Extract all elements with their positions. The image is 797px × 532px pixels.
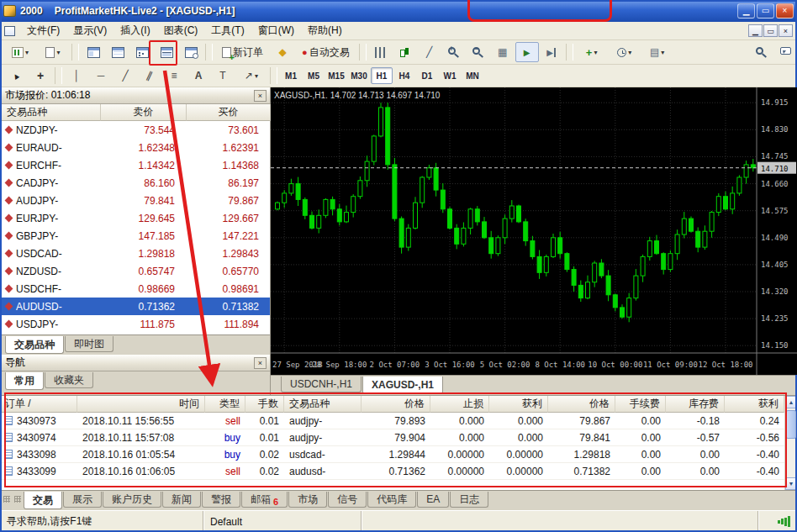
zoom-out-button[interactable] (467, 42, 490, 62)
market-watch-row[interactable]: EURAUD-1.623481.62391 (0, 139, 270, 156)
fibonacci-button[interactable]: ≡ (162, 66, 186, 86)
market-watch-column-header[interactable]: 交易品种 (0, 104, 101, 121)
mdi-minimize-button[interactable]: ▁ (748, 24, 763, 37)
market-watch-row[interactable]: USDCAD-1.298181.29843 (0, 245, 270, 262)
metaeditor-button[interactable]: ◆ (271, 42, 294, 62)
market-watch-row[interactable]: NZDUSD-0.657470.65770 (0, 262, 270, 280)
market-watch-row[interactable]: USDJPY-111.875111.894 (0, 315, 270, 333)
navigator-toggle-button[interactable] (130, 42, 154, 62)
terminal-column-header[interactable]: 价格 (362, 396, 430, 413)
timeframe-h4[interactable]: H4 (393, 67, 415, 84)
navigator-tab-0[interactable]: 常用 (5, 372, 44, 390)
autotrading-button[interactable]: ●自动交易 (295, 42, 356, 62)
profiles-button[interactable]: ▾ (37, 42, 69, 62)
chart-tab-1[interactable]: XAGUSD-,H1 (362, 377, 443, 394)
terminal-tab-5[interactable]: 邮箱6 (241, 492, 288, 508)
timeframe-m30[interactable]: M30 (348, 67, 370, 84)
terminal-toggle-button[interactable] (155, 42, 178, 62)
menu-item-2[interactable]: 插入(I) (113, 22, 156, 40)
terminal-tab-6[interactable]: 市场 (288, 492, 327, 508)
terminal-column-header[interactable]: 获利 (489, 396, 548, 413)
terminal-tab-3[interactable]: 新闻 (162, 492, 201, 508)
bar-chart-type-button[interactable] (369, 42, 393, 62)
new-order-button[interactable]: 新订单 (215, 42, 270, 62)
timeframe-h1[interactable]: H1 (371, 67, 393, 84)
timeframe-m5[interactable]: M5 (303, 67, 325, 84)
timeframe-mn[interactable]: MN (462, 67, 483, 84)
terminal-column-header[interactable]: 手续费 (615, 396, 666, 413)
menu-item-3[interactable]: 图表(C) (157, 22, 205, 40)
terminal-column-header[interactable]: 库存费 (666, 396, 725, 413)
scrollbar-track[interactable] (785, 408, 797, 477)
menu-item-1[interactable]: 显示(V) (66, 22, 113, 40)
market-watch-column-header[interactable]: 卖价 (101, 104, 187, 121)
scroll-down-icon[interactable]: ▼ (785, 477, 797, 490)
menu-item-0[interactable]: 文件(F) (20, 22, 66, 40)
terminal-column-header[interactable]: 类型 (205, 396, 245, 413)
market-watch-row[interactable]: GBPJPY-147.185147.221 (0, 227, 270, 245)
market-watch-row[interactable]: EURCHF-1.143421.14368 (0, 156, 270, 174)
trendline-button[interactable]: ╱ (113, 66, 137, 86)
timeframe-d1[interactable]: D1 (416, 67, 438, 84)
terminal-column-header[interactable]: 手数 (245, 396, 284, 413)
minimize-button[interactable]: ▁ (737, 3, 755, 18)
terminal-column-header[interactable]: 交易品种 (284, 396, 362, 413)
menu-item-6[interactable]: 帮助(H) (301, 22, 349, 40)
search-button[interactable] (749, 42, 773, 62)
terminal-tab-10[interactable]: 日志 (450, 492, 488, 508)
market-watch-tab-1[interactable]: 即时图 (65, 336, 113, 352)
market-watch-row[interactable]: AUDUSD-0.713620.71382 (0, 298, 270, 315)
zoom-in-button[interactable] (442, 42, 466, 62)
menu-item-5[interactable]: 窗口(W) (251, 22, 301, 40)
crosshair-button[interactable]: + (29, 66, 52, 86)
close-icon[interactable]: × (254, 90, 267, 102)
terminal-column-header[interactable]: 订单 / (0, 396, 77, 413)
mdi-restore-button[interactable]: ▭ (763, 24, 778, 37)
periods-button[interactable]: ▾ (609, 42, 641, 62)
chart-canvas[interactable]: 27 Sep 201828 Sep 18:002 Oct 07:003 Oct … (271, 87, 797, 375)
menu-item-4[interactable]: 工具(T) (204, 22, 251, 40)
market-watch-tab-0[interactable]: 交易品种 (5, 336, 64, 354)
navigator-tab-1[interactable]: 收藏夹 (45, 372, 93, 388)
timeframe-m15[interactable]: M15 (325, 67, 347, 84)
scrollbar-thumb[interactable] (786, 410, 796, 439)
status-profile[interactable]: Default (203, 511, 362, 532)
timeframe-w1[interactable]: W1 (439, 67, 461, 84)
channel-button[interactable]: ∥ (138, 66, 161, 86)
templates-button[interactable]: ▤▾ (641, 42, 673, 62)
terminal-scrollbar[interactable]: ▲ ▼ (784, 396, 797, 490)
terminal-column-header[interactable]: 时间 (77, 396, 205, 413)
new-chart-button[interactable]: ▾ (4, 42, 36, 62)
order-cell[interactable]: 3430973 (0, 413, 77, 429)
market-watch-row[interactable]: CADJPY-86.16086.197 (0, 174, 270, 192)
terminal-tab-2[interactable]: 账户历史 (103, 492, 161, 508)
auto-scroll-button[interactable]: ▶ (515, 42, 539, 62)
horizontal-line-button[interactable]: ─ (89, 66, 113, 86)
candlestick-chart-type-button[interactable] (393, 42, 417, 62)
vertical-line-button[interactable]: │ (65, 66, 88, 86)
chart-tab-0[interactable]: USDCNH-,H1 (281, 377, 362, 392)
market-watch-row[interactable]: USDCHF-0.986690.98691 (0, 280, 270, 298)
terminal-column-header[interactable]: 获利 (725, 396, 784, 413)
arrows-button[interactable]: ↗▾ (235, 66, 267, 86)
tile-windows-button[interactable]: ▦ (491, 42, 515, 62)
timeframe-m1[interactable]: M1 (280, 67, 302, 84)
chart-shift-button[interactable]: ▶ (540, 42, 563, 62)
terminal-tab-4[interactable]: 警报 (202, 492, 240, 508)
text-button[interactable]: A (187, 66, 210, 86)
restore-button[interactable]: ▭ (757, 3, 774, 18)
terminal-column-header[interactable]: 止损 (430, 396, 489, 413)
market-watch-row[interactable]: NZDJPY-73.54473.601 (0, 121, 270, 139)
market-watch-row[interactable]: AUDJPY-79.84179.867 (0, 192, 270, 209)
text-label-button[interactable]: T (211, 66, 235, 86)
terminal-tab-7[interactable]: 信号 (328, 492, 367, 508)
market-watch-toggle-button[interactable] (82, 42, 105, 62)
terminal-tab-0[interactable]: 交易 (24, 492, 62, 509)
terminal-tab-8[interactable]: 代码库 (367, 492, 416, 508)
market-watch-row[interactable]: EURJPY-129.645129.667 (0, 209, 270, 227)
line-chart-type-button[interactable]: ╱ (418, 42, 441, 62)
order-cell[interactable]: 3433099 (0, 463, 77, 480)
mdi-close-button[interactable]: × (779, 24, 793, 37)
scroll-up-icon[interactable]: ▲ (785, 396, 797, 408)
order-cell[interactable]: 3430974 (0, 429, 77, 446)
